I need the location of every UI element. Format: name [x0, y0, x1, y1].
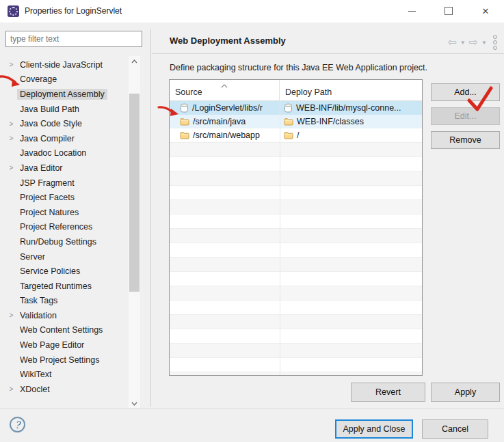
- sidebar-item-java-code-style[interactable]: >Java Code Style: [5, 116, 127, 131]
- deploy-path-cell: [280, 286, 422, 300]
- forward-dropdown-icon[interactable]: ▼: [481, 40, 487, 46]
- sidebar-item-web-content-settings[interactable]: Web Content Settings: [5, 323, 127, 338]
- add-button[interactable]: Add...: [431, 83, 500, 101]
- view-menu-icon[interactable]: [493, 35, 497, 50]
- empty-table-row: [170, 329, 422, 343]
- sidebar-item-label: Java Build Path: [17, 104, 82, 115]
- empty-table-row: [170, 228, 422, 243]
- minimize-icon: [408, 11, 416, 12]
- sidebar-item-label: JSP Fragment: [17, 178, 77, 189]
- column-header-deploy-path[interactable]: Deploy Path: [280, 80, 422, 100]
- sidebar-item-label: Run/Debug Settings: [17, 236, 99, 247]
- apply-and-close-button[interactable]: Apply and Close: [335, 419, 413, 439]
- remove-button[interactable]: Remove: [431, 131, 500, 149]
- source-cell: [170, 344, 280, 357]
- chevron-right-icon[interactable]: >: [5, 164, 17, 171]
- deploy-path-cell: [280, 171, 422, 185]
- close-button[interactable]: ✕: [467, 0, 504, 22]
- source-cell: [170, 186, 280, 199]
- folder-icon: [284, 131, 293, 139]
- deploy-path-cell: [280, 229, 422, 243]
- source-cell: /src/main/java: [170, 115, 280, 128]
- scrollbar-thumb[interactable]: [129, 94, 140, 292]
- sort-ascending-icon[interactable]: [221, 81, 228, 90]
- cancel-button[interactable]: Cancel: [422, 419, 488, 439]
- forward-arrow-icon[interactable]: ⇨: [469, 37, 478, 48]
- source-cell: [170, 329, 280, 343]
- jar-icon: [180, 103, 189, 113]
- empty-table-row: [170, 372, 422, 376]
- revert-button[interactable]: Revert: [351, 383, 425, 402]
- sidebar-item-wikitext[interactable]: WikiText: [5, 367, 127, 382]
- scroll-down-icon[interactable]: [129, 398, 140, 409]
- edit-button[interactable]: Edit...: [431, 107, 500, 125]
- empty-table-row: [170, 171, 422, 185]
- sidebar-item-project-natures[interactable]: Project Natures: [5, 205, 127, 220]
- table-header: Source Deploy Path: [170, 80, 422, 101]
- sidebar-item-xdoclet[interactable]: >XDoclet: [5, 382, 127, 397]
- sidebar-item-web-page-editor[interactable]: Web Page Editor: [5, 337, 127, 353]
- sidebar-item-label: Project Natures: [17, 207, 81, 218]
- sidebar-item-coverage[interactable]: Coverage: [5, 72, 127, 87]
- back-arrow-icon[interactable]: ⇦: [447, 37, 456, 48]
- table-row[interactable]: /src/main/webapp/: [170, 128, 422, 142]
- sidebar-item-label: XDoclet: [17, 384, 53, 395]
- sidebar-item-jsp-fragment[interactable]: JSP Fragment: [5, 176, 127, 191]
- sidebar-item-java-editor[interactable]: >Java Editor: [5, 161, 127, 176]
- sidebar-item-run-debug-settings[interactable]: Run/Debug Settings: [5, 234, 127, 249]
- page-title: Web Deployment Assembly: [170, 36, 286, 46]
- chevron-right-icon[interactable]: >: [5, 120, 17, 128]
- table-row[interactable]: /LoginServlet/libs/rWEB-INF/lib/mysql-co…: [170, 101, 422, 115]
- sidebar-item-project-references[interactable]: Project References: [5, 220, 127, 235]
- sidebar-item-web-project-settings[interactable]: Web Project Settings: [5, 353, 127, 368]
- cell-text: /src/main/java: [193, 117, 246, 126]
- sidebar-item-validation[interactable]: >Validation: [5, 308, 127, 323]
- source-cell: [170, 315, 280, 329]
- deploy-path-cell: [280, 157, 422, 171]
- source-cell: [170, 157, 280, 171]
- sidebar-item-java-build-path[interactable]: Java Build Path: [5, 102, 127, 117]
- cell-text: WEB-INF/lib/mysql-conne...: [296, 103, 401, 113]
- sidebar-item-deployment-assembly[interactable]: Deployment Assembly: [5, 87, 127, 102]
- maximize-button[interactable]: [430, 0, 467, 22]
- close-icon: ✕: [482, 7, 490, 16]
- folder-icon: [180, 118, 189, 126]
- deploy-path-cell: [280, 315, 422, 329]
- sidebar-item-javadoc-location[interactable]: Javadoc Location: [5, 146, 127, 161]
- apply-button[interactable]: Apply: [431, 383, 500, 402]
- source-cell: [170, 286, 280, 300]
- sidebar-item-client-side-javascript[interactable]: >Client-side JavaScript: [5, 57, 127, 72]
- filter-input[interactable]: [5, 31, 142, 47]
- sidebar-item-label: Web Page Editor: [17, 340, 87, 350]
- chevron-right-icon[interactable]: >: [5, 385, 17, 393]
- column-header-source[interactable]: Source: [170, 80, 280, 100]
- sidebar-item-label: Validation: [17, 310, 59, 321]
- chevron-right-icon[interactable]: >: [5, 135, 17, 142]
- sidebar-item-java-compiler[interactable]: >Java Compiler: [5, 131, 127, 146]
- properties-tree: >Client-side JavaScriptCoverageDeploymen…: [5, 57, 127, 397]
- source-cell: [170, 229, 280, 243]
- deploy-path-cell: [280, 200, 422, 214]
- empty-table-row: [170, 357, 422, 372]
- table-row[interactable]: /src/main/javaWEB-INF/classes: [170, 115, 422, 128]
- sidebar-item-service-policies[interactable]: Service Policies: [5, 264, 127, 279]
- sidebar-item-label: Client-side JavaScript: [17, 59, 105, 70]
- sidebar-item-targeted-runtimes[interactable]: Targeted Runtimes: [5, 279, 127, 294]
- empty-table-row: [170, 185, 422, 199]
- table-body: /LoginServlet/libs/rWEB-INF/lib/mysql-co…: [170, 101, 422, 376]
- sidebar-item-server[interactable]: Server: [5, 249, 127, 264]
- panel-divider[interactable]: [150, 29, 151, 406]
- chevron-right-icon[interactable]: >: [5, 312, 17, 319]
- source-cell: [170, 372, 280, 376]
- help-button[interactable]: ?: [10, 417, 25, 432]
- sidebar-item-task-tags[interactable]: Task Tags: [5, 294, 127, 309]
- minimize-button[interactable]: [393, 0, 430, 22]
- empty-table-row: [170, 286, 422, 300]
- scroll-up-icon[interactable]: [129, 56, 140, 66]
- source-cell: [170, 171, 280, 185]
- sidebar-item-project-facets[interactable]: Project Facets: [5, 190, 127, 205]
- tree-scrollbar[interactable]: [129, 56, 140, 409]
- chevron-right-icon[interactable]: >: [5, 61, 17, 68]
- empty-table-row: [170, 199, 422, 214]
- back-dropdown-icon[interactable]: ▼: [460, 40, 466, 46]
